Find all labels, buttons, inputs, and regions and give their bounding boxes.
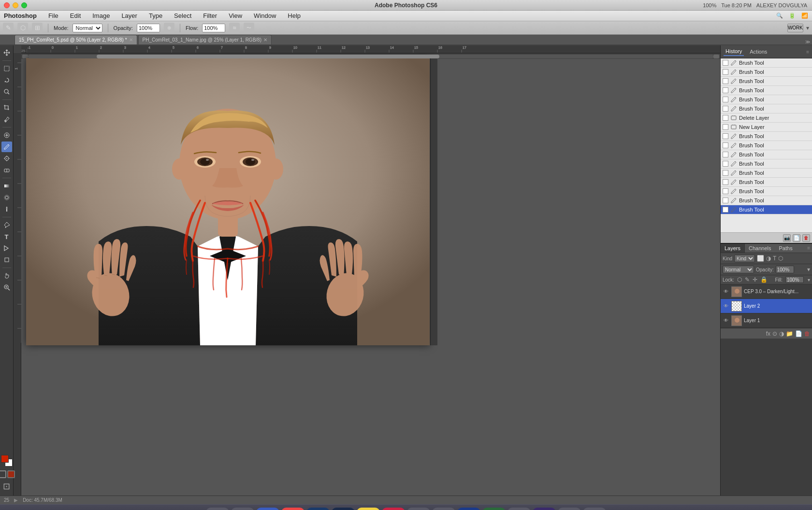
lock-all-icon[interactable]: 🔒 — [760, 276, 768, 283]
menu-type[interactable]: Type — [147, 12, 164, 19]
layer-item-2[interactable]: 👁 Layer 1 — [721, 313, 812, 328]
tool-dodge[interactable] — [1, 204, 12, 214]
history-checkbox-1[interactable] — [723, 69, 728, 75]
fx-icon[interactable]: fx — [766, 330, 770, 337]
opacity-input[interactable]: 100% — [137, 24, 160, 32]
opacity-down-arrow[interactable]: ▾ — [807, 266, 810, 273]
new-layer-icon[interactable]: 📄 — [795, 330, 802, 337]
dock-stickies[interactable]: 📝 — [357, 508, 380, 510]
history-checkbox-12[interactable] — [723, 170, 728, 176]
tool-quick-select[interactable] — [1, 86, 12, 97]
history-checkbox-14[interactable] — [723, 188, 728, 194]
history-checkbox-3[interactable] — [723, 87, 728, 93]
history-list[interactable]: Brush ToolBrush ToolBrush ToolBrush Tool… — [721, 58, 812, 232]
layer-eye-0[interactable]: 👁 — [723, 289, 729, 294]
menu-filter[interactable]: Filter — [201, 12, 219, 19]
tool-shape[interactable] — [1, 255, 12, 265]
fill-input[interactable] — [785, 276, 804, 283]
lock-transparent-icon[interactable]: ⬡ — [737, 276, 742, 283]
tool-healing[interactable] — [1, 130, 12, 141]
tool-lasso[interactable] — [1, 75, 12, 85]
menu-window[interactable]: Window — [252, 12, 278, 19]
maximize-button[interactable] — [21, 2, 27, 8]
workspace-button[interactable]: WORK — [787, 24, 803, 32]
opacity-prop-input[interactable] — [776, 266, 794, 273]
lock-pixels-icon[interactable]: ✎ — [745, 276, 750, 283]
menu-layer[interactable]: Layer — [119, 12, 139, 19]
menu-help[interactable]: Help — [286, 12, 303, 19]
new-document-from-state-icon[interactable]: 📄 — [793, 234, 800, 242]
dock-trash[interactable]: 🗑 — [583, 508, 606, 510]
add-adjustment-icon[interactable]: ◑ — [779, 330, 784, 337]
history-item-16[interactable]: Brush Tool — [721, 205, 812, 214]
tool-zoom[interactable] — [1, 282, 12, 293]
dock-pen[interactable]: ✒ — [482, 508, 506, 510]
color-swatches[interactable] — [1, 455, 13, 467]
history-checkbox-8[interactable] — [723, 133, 728, 139]
tool-blur[interactable] — [1, 192, 12, 203]
layers-panel-options[interactable]: ≡ — [805, 244, 812, 253]
history-checkbox-11[interactable] — [723, 161, 728, 167]
history-item-4[interactable]: Brush Tool — [721, 95, 812, 104]
tool-brush[interactable] — [1, 142, 12, 152]
tab-1[interactable]: PH_ComRet_03_1_Name.jpg @ 25% (Layer 1, … — [138, 35, 272, 44]
history-item-2[interactable]: Brush Tool — [721, 77, 812, 86]
history-checkbox-4[interactable] — [723, 97, 728, 102]
workspace-menu-icon[interactable]: ▾ — [806, 25, 809, 31]
tool-clone[interactable] — [1, 153, 12, 164]
tool-pen[interactable] — [1, 220, 12, 230]
dock-mail[interactable]: 📧 — [256, 508, 279, 510]
history-checkbox-0[interactable] — [723, 60, 728, 66]
tab-1-close[interactable]: ✕ — [263, 37, 267, 42]
dock-network[interactable]: 🌐 — [508, 508, 531, 510]
paths-tab[interactable]: Paths — [775, 244, 797, 253]
history-item-11[interactable]: Brush Tool — [721, 159, 812, 169]
add-mask-icon[interactable]: ⊙ — [772, 330, 777, 337]
history-item-1[interactable]: Brush Tool — [721, 68, 812, 77]
traffic-lights[interactable] — [4, 2, 27, 8]
mode-select[interactable]: Normal — [72, 24, 102, 32]
photo-canvas[interactable] — [26, 58, 430, 345]
airbrush-icon[interactable]: ≋ — [229, 23, 240, 33]
dock-lightroom[interactable]: Lr — [332, 508, 355, 510]
tabs-overflow-icon[interactable]: ≫ — [805, 39, 810, 44]
tool-path-select[interactable] — [1, 243, 12, 254]
fill-down-arrow[interactable]: ▾ — [808, 277, 810, 283]
canvas-wrap[interactable] — [21, 53, 720, 496]
dock-itunes[interactable]: 🎵 — [382, 508, 405, 510]
history-checkbox-13[interactable] — [723, 179, 728, 185]
delete-state-icon[interactable]: 🗑 — [802, 234, 810, 242]
layer-item-1[interactable]: 👁Layer 2 — [721, 299, 812, 313]
menu-edit[interactable]: Edit — [68, 12, 83, 19]
layer-item-0[interactable]: 👁 CEP 3.0 – Darken/Light... — [721, 284, 812, 299]
history-item-7[interactable]: New Layer — [721, 123, 812, 132]
menu-view[interactable]: View — [227, 12, 244, 19]
filter-shape-icon[interactable]: ⬡ — [778, 255, 783, 262]
history-item-5[interactable]: Brush Tool — [721, 104, 812, 113]
brush-settings-icon[interactable]: ⊞ — [32, 23, 43, 33]
nav-arrow[interactable]: ▶ — [14, 497, 18, 503]
history-checkbox-15[interactable] — [723, 198, 728, 203]
search-icon[interactable]: 🔍 — [776, 13, 783, 19]
dock-browser[interactable]: 🌐 — [281, 508, 304, 510]
smoothing-icon[interactable]: 〜 — [244, 23, 254, 33]
layers-filter-select[interactable]: Kind — [734, 255, 755, 262]
history-item-9[interactable]: Brush Tool — [721, 141, 812, 150]
tool-crop[interactable] — [1, 102, 12, 113]
screen-mode-icon[interactable]: ⊡ — [3, 481, 10, 492]
dock-system-prefs[interactable]: ⚙ — [407, 508, 430, 510]
history-item-14[interactable]: Brush Tool — [721, 187, 812, 196]
history-item-0[interactable]: Brush Tool — [721, 58, 812, 68]
lock-position-icon[interactable]: ✛ — [753, 276, 757, 283]
history-checkbox-7[interactable] — [723, 124, 728, 130]
channels-tab[interactable]: Channels — [745, 244, 775, 253]
history-item-6[interactable]: Delete Layer — [721, 113, 812, 123]
tool-eyedropper[interactable] — [1, 114, 12, 125]
layer-eye-1[interactable]: 👁 — [723, 303, 729, 309]
menu-select[interactable]: Select — [172, 12, 193, 19]
history-item-3[interactable]: Brush Tool — [721, 86, 812, 95]
menu-image[interactable]: Image — [90, 12, 112, 19]
layer-eye-2[interactable]: 👁 — [723, 318, 729, 323]
history-checkbox-16[interactable] — [723, 207, 728, 212]
dock-misc[interactable]: 📋 — [558, 508, 581, 510]
